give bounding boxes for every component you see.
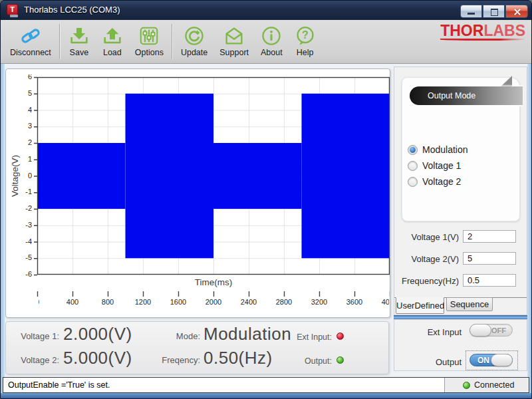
toolbar-items: DisconnectSaveLoadOptionsUpdateSupportAb… bbox=[4, 20, 322, 63]
close-icon bbox=[513, 9, 521, 15]
about-icon bbox=[261, 25, 282, 47]
toolbar-item-label: Help bbox=[297, 48, 314, 57]
toolbar-item-save[interactable]: Save bbox=[63, 20, 96, 63]
field-label: Voltage 1(V) bbox=[396, 232, 459, 242]
radio-button-icon[interactable] bbox=[408, 177, 418, 187]
window-frame-bottom bbox=[1, 393, 531, 398]
output-readout-label: Output: bbox=[259, 356, 332, 366]
toolbar-separator bbox=[172, 24, 173, 59]
radio-button-icon[interactable] bbox=[408, 161, 418, 171]
minimize-icon bbox=[467, 13, 475, 15]
field-label: Voltage 2(V) bbox=[396, 254, 459, 264]
minimize-button[interactable] bbox=[460, 5, 482, 18]
output-mode-header: Output Mode bbox=[410, 86, 523, 105]
update-icon bbox=[184, 25, 205, 47]
logo-labs: LABS bbox=[483, 22, 525, 39]
ribbon-fold bbox=[500, 76, 512, 87]
toolbar-item-label: About bbox=[261, 48, 283, 57]
radio-modulation[interactable]: Modulation bbox=[408, 142, 468, 158]
toggle-section: Ext InputOFFOutputON bbox=[394, 319, 527, 371]
field-row-frequency-hz: Frequency(Hz) bbox=[394, 274, 527, 287]
titlebar[interactable]: T Thorlabs LCC25 (COM3) bbox=[0, 0, 532, 20]
toggle-row-ext-input: Ext InputOFF bbox=[394, 323, 527, 342]
radio-button-icon[interactable] bbox=[408, 145, 418, 155]
output-led bbox=[336, 356, 344, 364]
toolbar-item-support[interactable]: Support bbox=[213, 20, 255, 63]
voltage1-readout-value: 2.000(V) bbox=[63, 324, 132, 344]
radio-label: Voltage 2 bbox=[422, 176, 461, 187]
waveform-chart-panel: Voltage(V) Time(ms) 6543210-1-2-3-4-5-6 … bbox=[5, 68, 390, 318]
connection-status: Connected bbox=[444, 378, 529, 392]
ext-input-led bbox=[336, 332, 344, 340]
radio-voltage-2[interactable]: Voltage 2 bbox=[408, 174, 468, 190]
tab-sequence[interactable]: Sequence bbox=[446, 297, 493, 311]
waveform-plot bbox=[6, 69, 390, 318]
toggle-label: Ext Input bbox=[394, 327, 462, 337]
voltage2-readout-value: 5.000(V) bbox=[63, 348, 132, 368]
toolbar-item-label: Save bbox=[70, 48, 89, 57]
voltage1-readout-label: Voltage 1: bbox=[6, 331, 59, 341]
toggle-knob[interactable] bbox=[469, 324, 491, 336]
options-icon bbox=[138, 25, 160, 47]
toggle-state-label: OFF bbox=[491, 325, 506, 336]
connection-label: Connected bbox=[474, 380, 514, 390]
toolbar-item-label: Options bbox=[135, 48, 164, 57]
support-icon bbox=[223, 25, 245, 47]
radio-voltage-1[interactable]: Voltage 1 bbox=[408, 158, 468, 174]
radio-label: Voltage 1 bbox=[422, 160, 461, 171]
toolbar-item-label: Disconnect bbox=[10, 48, 51, 57]
toolbar-item-options[interactable]: Options bbox=[129, 20, 170, 63]
status-message: OutputEnable ='True' is set. bbox=[3, 378, 444, 392]
toolbar-item-update[interactable]: Update bbox=[175, 20, 213, 63]
toolbar-item-label: Load bbox=[103, 48, 122, 57]
window-title: Thorlabs LCC25 (COM3) bbox=[24, 0, 120, 20]
toolbar-item-help[interactable]: ?Help bbox=[289, 20, 322, 63]
toolbar-item-label: Support bbox=[219, 48, 249, 57]
toggle-row-output: OutputON bbox=[394, 353, 527, 372]
voltage-1-v-input[interactable] bbox=[463, 230, 516, 243]
output-mode-radio-group: ModulationVoltage 1Voltage 2 bbox=[408, 142, 468, 190]
help-icon: ? bbox=[295, 25, 316, 47]
svg-text:?: ? bbox=[302, 29, 309, 41]
toggle-label: Output bbox=[394, 357, 462, 367]
maximize-icon bbox=[491, 9, 498, 16]
connection-led bbox=[463, 382, 470, 389]
ext-input-toggle[interactable]: OFF bbox=[469, 324, 513, 336]
control-panel: Output Mode ModulationVoltage 1Voltage 2… bbox=[394, 66, 527, 315]
window-frame-right bbox=[527, 63, 531, 394]
tab-userdefined[interactable]: UserDefined bbox=[396, 297, 444, 314]
voltage-2-v-input[interactable] bbox=[463, 252, 516, 265]
frequency-hz-input[interactable] bbox=[463, 274, 516, 287]
toolbar-item-disconnect[interactable]: Disconnect bbox=[4, 20, 57, 63]
field-label: Frequency(Hz) bbox=[396, 276, 459, 286]
focus-rectangle bbox=[466, 350, 518, 370]
radio-label: Modulation bbox=[422, 144, 468, 155]
field-row-voltage-1-v: Voltage 1(V) bbox=[394, 230, 527, 243]
frequency-readout-label: Freqency: bbox=[126, 355, 200, 365]
toolbar-separator bbox=[59, 24, 61, 59]
ext-input-readout-label: Ext Input: bbox=[259, 332, 332, 342]
toolbar-item-about[interactable]: About bbox=[255, 20, 289, 63]
app-icon: T bbox=[7, 4, 18, 15]
maximize-button[interactable] bbox=[483, 5, 505, 18]
thorlabs-logo: THORLABS bbox=[440, 23, 525, 41]
save-icon bbox=[68, 25, 90, 47]
link-icon bbox=[20, 25, 41, 47]
toolbar: DisconnectSaveLoadOptionsUpdateSupportAb… bbox=[0, 20, 532, 64]
mode-readout-label: Mode: bbox=[126, 331, 200, 341]
load-icon bbox=[102, 25, 123, 47]
tabstrip: UserDefinedSequence bbox=[394, 297, 527, 317]
toolbar-item-load[interactable]: Load bbox=[96, 20, 129, 63]
status-bar: OutputEnable ='True' is set. Connected bbox=[3, 377, 529, 393]
close-button[interactable] bbox=[505, 5, 528, 18]
field-row-voltage-2-v: Voltage 2(V) bbox=[394, 252, 527, 265]
logo-thor: THOR bbox=[440, 22, 483, 39]
app-window: T Thorlabs LCC25 (COM3) DisconnectSaveLo… bbox=[0, 0, 532, 399]
window-controls bbox=[460, 5, 528, 18]
window-frame-left bbox=[1, 63, 5, 394]
voltage2-readout-label: Voltage 2: bbox=[6, 355, 59, 365]
toolbar-item-label: Update bbox=[181, 48, 207, 57]
readout-panel: Voltage 1: 2.000(V) Voltage 2: 5.000(V) … bbox=[5, 321, 389, 374]
